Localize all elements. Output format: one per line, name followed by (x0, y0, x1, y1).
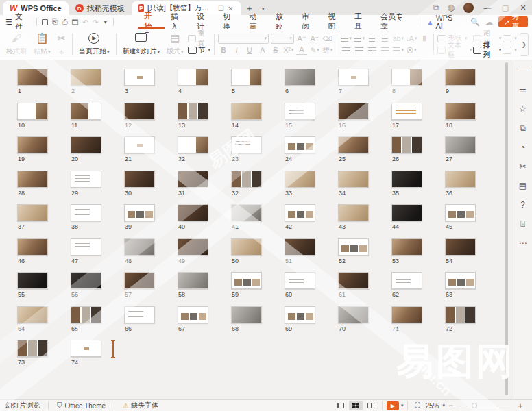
slide-thumbnail-61[interactable] (338, 272, 369, 289)
theme-indicator[interactable]: ⛉ Office Theme (51, 400, 111, 411)
menu-member[interactable]: 会员专享 (374, 15, 415, 29)
slide-thumbnail-4[interactable] (178, 68, 208, 86)
slide-thumbnail-6[interactable] (285, 68, 315, 86)
line-spacing-button[interactable]: ▾ (393, 45, 404, 55)
play-from-current-button[interactable]: ▶ 当页开始▾ (76, 32, 112, 58)
zoom-level[interactable]: 25% (424, 402, 440, 410)
text-direction-button[interactable]: ab▾ (393, 34, 404, 44)
slide-thumbnail-10[interactable] (17, 103, 48, 120)
slide-thumbnail-69[interactable] (285, 306, 315, 323)
quickbar-dropdown-icon[interactable]: ▾ (100, 17, 110, 27)
font-color-button[interactable]: A (296, 45, 307, 55)
reset-slide-button[interactable]: 重置 (188, 33, 211, 45)
section-button[interactable]: 节▾ (188, 45, 211, 56)
slide-thumbnail-36[interactable] (445, 171, 476, 188)
slide-thumbnail-48[interactable] (124, 238, 155, 256)
redo-icon[interactable]: ↷ (90, 17, 101, 27)
close-tab-icon[interactable]: ✕ (227, 5, 234, 12)
slide-thumbnail-33[interactable] (285, 171, 315, 188)
minimize-button[interactable]: — (479, 0, 496, 15)
slide-thumbnail-54[interactable] (445, 238, 476, 256)
slide-thumbnail-39[interactable] (124, 204, 155, 221)
slide-thumbnail-14[interactable] (231, 103, 262, 120)
justify-button[interactable] (380, 45, 391, 55)
slide-thumbnail-60[interactable] (285, 272, 315, 289)
properties-icon[interactable]: ⚌ (516, 82, 531, 98)
slide-thumbnail-41[interactable] (231, 204, 262, 221)
arrange-button[interactable]: 排列▾ (473, 45, 501, 56)
slide-thumbnail-3[interactable] (124, 68, 155, 86)
slide-thumbnail-2[interactable] (71, 68, 101, 86)
bold-button[interactable]: B (218, 45, 229, 55)
slide-thumbnail-19[interactable] (17, 136, 48, 153)
slide-thumbnail-49[interactable] (178, 238, 208, 256)
slide-thumbnail-52[interactable] (338, 238, 369, 256)
increase-font-button[interactable]: A⁺ (296, 34, 307, 44)
bullets-button[interactable]: ▾ (341, 34, 352, 44)
slide-thumbnail-74[interactable] (71, 340, 101, 357)
slide-thumbnail-13[interactable] (178, 103, 208, 120)
menu-wps-ai[interactable]: ▲ WPS AI (420, 15, 465, 29)
slide-thumbnail-59[interactable] (231, 272, 262, 289)
star-icon[interactable]: ☆ (516, 101, 531, 117)
missing-font-warning[interactable]: ⚠ 缺失字体 (117, 400, 164, 411)
slide-thumbnail-72[interactable] (445, 306, 476, 323)
phonetic-button[interactable]: 拼▾ (322, 45, 333, 55)
slide-thumbnail-24[interactable] (285, 136, 315, 153)
print-icon[interactable]: ⎙ (60, 17, 70, 27)
paste-button[interactable]: 📋 粘贴▾ (31, 32, 53, 58)
menu-review[interactable]: 审阅 (295, 15, 322, 29)
slide-thumbnail-31[interactable] (178, 171, 208, 188)
slide-thumbnail-35[interactable] (391, 171, 422, 188)
ribbon-expand-button[interactable]: ❯ (520, 33, 529, 56)
menu-tools[interactable]: 工具 (348, 15, 374, 29)
detach-tab-icon[interactable]: ❑ (218, 5, 223, 12)
save-icon[interactable] (40, 17, 50, 27)
slide-thumbnail-17[interactable] (391, 103, 422, 120)
slide-thumbnail-51[interactable] (285, 238, 315, 256)
slide-thumbnail-1[interactable] (17, 68, 48, 86)
normal-view-button[interactable] (334, 401, 348, 410)
menu-view[interactable]: 视图 (322, 15, 348, 29)
increase-indent-button[interactable] (380, 34, 391, 44)
menu-transition[interactable]: 切换 (217, 15, 243, 29)
slide-thumbnail-42[interactable] (285, 204, 315, 221)
insert-textbox-button[interactable]: 文本框▾ (437, 45, 472, 56)
scrollbar-thumb[interactable] (505, 62, 508, 395)
slide-sorter-view-button[interactable] (349, 401, 363, 410)
slide-thumbnail-73[interactable] (17, 340, 48, 357)
menu-animation[interactable]: 动画 (243, 15, 269, 29)
fit-slide-button[interactable]: ⛶ (412, 401, 422, 410)
slide-thumbnail-70[interactable] (338, 306, 369, 323)
slide-thumbnail-65[interactable] (71, 306, 101, 323)
slide-thumbnail-5[interactable] (231, 68, 262, 86)
superscript-button[interactable]: X²▾ (283, 45, 294, 55)
signature-icon[interactable]: ⌻ (516, 216, 531, 232)
slide-thumbnail-32[interactable] (231, 171, 262, 188)
format-painter-button[interactable]: 🖌 格式刷 (3, 32, 29, 58)
slide-thumbnail-37[interactable] (17, 204, 48, 221)
zoom-slider-knob[interactable] (472, 403, 477, 408)
font-family-select[interactable]: ▾ (218, 34, 269, 44)
zoom-in-button[interactable]: ＋ (514, 400, 527, 411)
search-icon[interactable]: 🔍 (465, 18, 485, 27)
highlight-button[interactable]: ✎▾ (309, 45, 320, 55)
split-view-icon[interactable]: ⧉ (429, 1, 444, 14)
text-orientation-button[interactable]: ↓A▾ (406, 34, 417, 44)
slide-thumbnail-53[interactable] (391, 238, 422, 256)
notes-icon[interactable]: ▤ (516, 177, 531, 194)
new-slide-button[interactable]: 新建幻灯片▾ (120, 32, 163, 58)
tools-icon[interactable]: ✂ (516, 158, 531, 175)
slide-thumbnail-12[interactable] (124, 103, 155, 120)
char-border-button[interactable]: A (257, 45, 268, 55)
underline-button[interactable]: U (244, 45, 255, 55)
slide-thumbnail-45[interactable] (445, 204, 476, 221)
slide-thumbnail-30[interactable] (124, 171, 155, 188)
slide-thumbnail-44[interactable] (391, 204, 422, 221)
play-options-dropdown[interactable]: ▾ (401, 403, 404, 408)
global-settings-icon[interactable]: ◍ (444, 1, 459, 14)
menu-design[interactable]: 设计 (191, 15, 217, 29)
slide-sorter-canvas[interactable]: 1234567891011121314151617181920212223242… (0, 61, 505, 399)
vertical-scrollbar[interactable] (505, 61, 509, 399)
slide-thumbnail-8[interactable] (391, 68, 422, 86)
